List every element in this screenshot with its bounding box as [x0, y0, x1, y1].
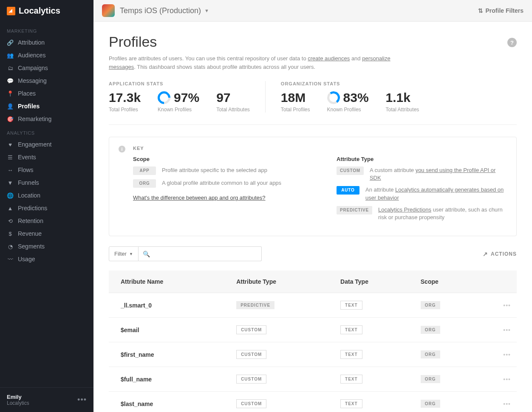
- sidebar-item-revenue[interactable]: $Revenue: [0, 227, 93, 240]
- stats-divider: [265, 81, 266, 113]
- badge-app: APP: [133, 166, 156, 175]
- data-type-badge: TEXT: [340, 399, 362, 408]
- cell-scope: ORG: [415, 392, 478, 412]
- sidebar-item-label: Funnels: [18, 179, 39, 186]
- user-menu-icon[interactable]: •••: [77, 395, 87, 404]
- table-header[interactable]: Data Type: [334, 271, 415, 293]
- sidebar-item-profiles[interactable]: 👤Profiles: [0, 100, 93, 113]
- row-actions-icon[interactable]: •••: [478, 392, 517, 412]
- cell-attr-name: $email: [109, 318, 230, 342]
- sidebar-item-label: Flows: [18, 166, 34, 173]
- attr-type-badge: CUSTOM: [236, 375, 266, 384]
- stat-app-total-profiles: 17.3k Total Profiles: [109, 90, 141, 113]
- sidebar-item-attribution[interactable]: 🔗Attribution: [0, 36, 93, 49]
- cell-attr-name: $first_name: [109, 342, 230, 367]
- key-scope-col: Scope APP Profile attribute specific to …: [133, 156, 303, 226]
- predictions-link[interactable]: Localytics Predictions: [378, 206, 431, 213]
- badge-custom: CUSTOM: [337, 166, 364, 175]
- search-input[interactable]: [153, 251, 257, 257]
- table-row[interactable]: _ll.smart_0 PREDICTIVE TEXT ORG •••: [109, 293, 517, 318]
- page-description: Profiles are attributes of users. You ca…: [109, 54, 406, 71]
- brand-name: Localytics: [19, 6, 60, 16]
- sidebar-item-audiences[interactable]: 👥Audiences: [0, 49, 93, 62]
- actions-button[interactable]: ↗ ACTIONS: [483, 251, 517, 257]
- sidebar-item-events[interactable]: ☰Events: [0, 151, 93, 164]
- scope-badge: ORG: [421, 301, 440, 309]
- row-actions-icon[interactable]: •••: [478, 318, 517, 342]
- search-box[interactable]: 🔍: [139, 246, 262, 261]
- stat-org-known-profiles: 83% Known Profiles: [327, 90, 369, 113]
- sidebar-item-label: Profiles: [18, 103, 40, 110]
- cell-attr-type: CUSTOM: [230, 392, 334, 412]
- table-row[interactable]: $full_name CUSTOM TEXT ORG •••: [109, 367, 517, 392]
- data-type-badge: TEXT: [340, 301, 362, 310]
- sidebar-item-label: Retention: [18, 217, 43, 224]
- attributes-table: Attribute NameAttribute TypeData TypeSco…: [109, 271, 517, 412]
- table-header[interactable]: Scope: [415, 271, 478, 293]
- share-icon: ↗: [483, 251, 488, 257]
- sidebar-item-retention[interactable]: ⟲Retention: [0, 214, 93, 227]
- table-row[interactable]: $last_name CUSTOM TEXT ORG •••: [109, 392, 517, 412]
- stat-app-known-profiles: 97% Known Profiles: [158, 90, 199, 113]
- stat-org-total-attributes: 1.1k Total Attributes: [386, 90, 419, 113]
- sidebar-item-campaigns[interactable]: 🗂Campaigns: [0, 62, 93, 74]
- sidebar-item-usage[interactable]: 〰Usage: [0, 253, 93, 265]
- brand-logo[interactable]: Localytics: [0, 0, 93, 23]
- cell-attr-name: $last_name: [109, 392, 230, 412]
- sidebar-item-funnels[interactable]: ▼Funnels: [0, 176, 93, 189]
- stats-row: APPLICATION STATS 17.3k Total Profiles 9…: [109, 81, 517, 125]
- sidebar-item-places[interactable]: 📍Places: [0, 87, 93, 100]
- chevron-down-icon: ▼: [204, 8, 209, 13]
- row-actions-icon[interactable]: •••: [478, 293, 517, 318]
- sidebar-item-label: Usage: [18, 256, 35, 262]
- cell-attr-type: CUSTOM: [230, 367, 334, 392]
- sidebar-item-label: Segments: [18, 243, 45, 250]
- sidebar-item-label: Remarketing: [18, 116, 51, 122]
- page-title: Profiles: [109, 34, 157, 50]
- attr-type-badge: PREDICTIVE: [236, 301, 274, 309]
- table-row[interactable]: $first_name CUSTOM TEXT ORG •••: [109, 342, 517, 367]
- table-header[interactable]: [478, 271, 517, 293]
- table-header[interactable]: Attribute Name: [109, 271, 230, 293]
- sidebar-item-messaging[interactable]: 💬Messaging: [0, 74, 93, 87]
- profile-filters-label: Profile Filters: [486, 7, 524, 14]
- profile-filters-button[interactable]: ⇅ Profile Filters: [478, 7, 524, 14]
- cell-data-type: TEXT: [334, 367, 415, 392]
- sidebar-item-label: Engagement: [18, 141, 51, 148]
- chevron-down-icon: ▼: [129, 252, 133, 256]
- search-icon: 🔍: [143, 251, 150, 257]
- flows-icon: ↔: [7, 166, 14, 173]
- row-actions-icon[interactable]: •••: [478, 367, 517, 392]
- sidebar-item-flows[interactable]: ↔Flows: [0, 164, 93, 176]
- sidebar-item-predictions[interactable]: ▲Predictions: [0, 202, 93, 214]
- table-header[interactable]: Attribute Type: [230, 271, 334, 293]
- scope-diff-link[interactable]: What's the difference between app and or…: [133, 195, 266, 201]
- filter-button[interactable]: Filter ▼: [109, 246, 139, 261]
- row-actions-icon[interactable]: •••: [478, 342, 517, 367]
- table-row[interactable]: $email CUSTOM TEXT ORG •••: [109, 318, 517, 342]
- help-icon[interactable]: ?: [507, 38, 517, 47]
- location-icon: 🌐: [7, 192, 14, 199]
- funnels-icon: ▼: [7, 179, 14, 186]
- messaging-icon: 💬: [7, 77, 14, 84]
- sidebar-item-remarketing[interactable]: 🎯Remarketing: [0, 113, 93, 125]
- topbar: Temps iOS (Production) ▼ ⇅ Profile Filte…: [93, 0, 532, 22]
- nav-section-title: MARKETING: [0, 23, 93, 36]
- app-selector[interactable]: Temps iOS (Production) ▼: [102, 4, 209, 17]
- user-footer[interactable]: Emily Localytics •••: [0, 387, 93, 412]
- stat-app-total-attributes: 97 Total Attributes: [216, 90, 250, 113]
- sidebar-item-label: Messaging: [18, 77, 47, 84]
- sidebar-item-engagement[interactable]: ♥Engagement: [0, 138, 93, 151]
- scope-badge: ORG: [421, 400, 440, 408]
- badge-auto: AUTO: [337, 186, 359, 195]
- key-title: KEY: [133, 146, 506, 151]
- badge-predictive: PREDICTIVE: [337, 206, 372, 214]
- sidebar-item-location[interactable]: 🌐Location: [0, 189, 93, 202]
- badge-org: ORG: [133, 179, 156, 188]
- create-audiences-link[interactable]: create audiences: [308, 55, 350, 62]
- places-icon: 📍: [7, 90, 14, 97]
- sidebar-item-segments[interactable]: ◔Segments: [0, 240, 93, 253]
- sidebar-item-label: Revenue: [18, 230, 42, 237]
- attr-type-subtitle: Attribute Type: [337, 156, 506, 162]
- retention-icon: ⟲: [7, 217, 14, 224]
